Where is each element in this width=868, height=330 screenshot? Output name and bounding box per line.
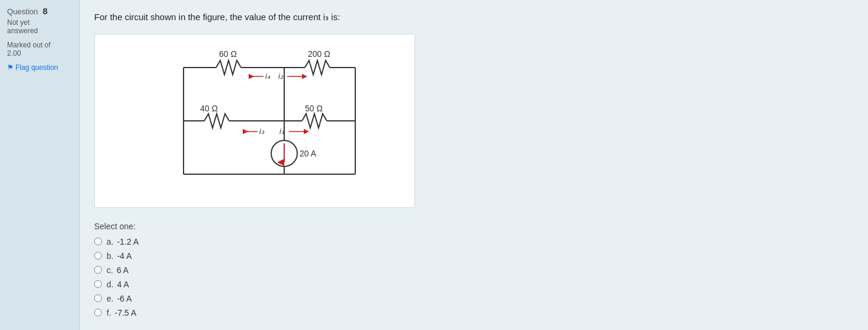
list-item: f.-7.5 A bbox=[94, 308, 854, 318]
options-list: a.-1.2 Ab.-4 Ac.6 Ad.4 Ae.-6 Af.-7.5 A bbox=[94, 237, 854, 318]
option-letter: a. bbox=[107, 237, 114, 246]
option-letter: b. bbox=[107, 251, 114, 261]
i2-label: i₂ bbox=[278, 72, 284, 81]
not-answered: Not yet answered bbox=[7, 18, 72, 35]
option-value: -1.2 A bbox=[117, 237, 139, 246]
list-item: e.-6 A bbox=[94, 294, 854, 303]
option-radio-3[interactable] bbox=[94, 280, 102, 288]
i1-label: i₁ bbox=[279, 127, 284, 136]
list-item: b.-4 A bbox=[94, 251, 854, 261]
marked-out: Marked out of 2.00 bbox=[7, 41, 72, 57]
option-value: 6 A bbox=[117, 265, 128, 275]
resistor-50-label: 50 Ω bbox=[305, 104, 323, 113]
i3-label: i₃ bbox=[259, 127, 265, 136]
i4-label: i₄ bbox=[265, 72, 271, 81]
option-value: -7.5 A bbox=[115, 308, 137, 318]
question-number: 8 bbox=[43, 6, 47, 16]
option-letter: c. bbox=[107, 265, 113, 275]
list-item: c.6 A bbox=[94, 265, 854, 275]
circuit-diagram: 60 Ω i₄ 200 Ω i₂ bbox=[94, 34, 415, 208]
list-item: a.-1.2 A bbox=[94, 237, 854, 246]
question-label: Question bbox=[7, 7, 38, 16]
option-radio-0[interactable] bbox=[94, 238, 102, 245]
flag-icon: ⚑ bbox=[7, 63, 14, 72]
source-label: 20 A bbox=[300, 149, 317, 158]
option-radio-4[interactable] bbox=[94, 294, 102, 302]
option-value: -6 A bbox=[117, 294, 132, 303]
question-text: For the circuit shown in the figure, the… bbox=[94, 11, 854, 24]
option-letter: d. bbox=[107, 280, 114, 289]
resistor-200-label: 200 Ω bbox=[308, 49, 330, 59]
option-letter: f. bbox=[107, 308, 111, 318]
resistor-40-label: 40 Ω bbox=[200, 104, 218, 113]
flag-question[interactable]: ⚑ Flag question bbox=[7, 63, 72, 72]
option-letter: e. bbox=[107, 294, 114, 303]
resistor-60-label: 60 Ω bbox=[219, 49, 237, 59]
option-value: -4 A bbox=[117, 251, 132, 261]
select-one-label: Select one: bbox=[94, 222, 854, 231]
option-radio-5[interactable] bbox=[94, 309, 102, 316]
option-radio-2[interactable] bbox=[94, 266, 102, 274]
circuit-svg: 60 Ω i₄ 200 Ω i₂ bbox=[107, 44, 403, 198]
sidebar: Question 8 Not yet answered Marked out o… bbox=[0, 0, 80, 330]
option-radio-1[interactable] bbox=[94, 252, 102, 259]
option-value: 4 A bbox=[117, 280, 129, 289]
main-content: For the circuit shown in the figure, the… bbox=[80, 0, 868, 330]
list-item: d.4 A bbox=[94, 280, 854, 289]
